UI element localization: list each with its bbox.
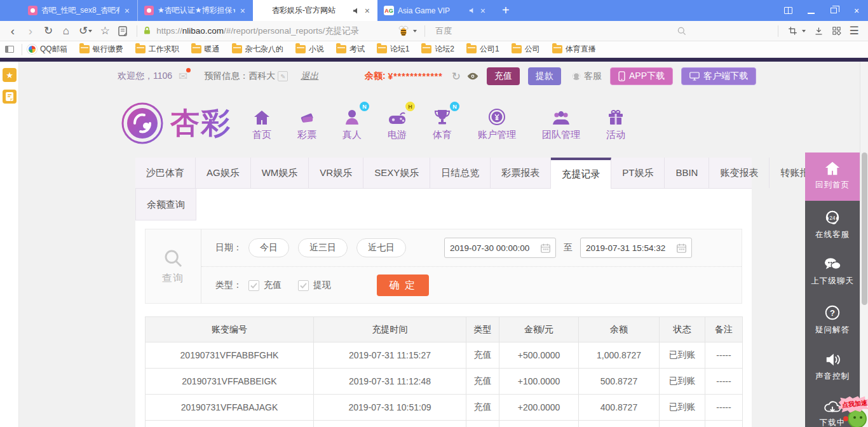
speaker-muted-icon[interactable] — [352, 7, 360, 15]
reading-list-icon[interactable] — [114, 26, 132, 36]
apps-grid-icon[interactable] — [827, 26, 845, 36]
tab-balance-query[interactable]: 余额查询 — [135, 189, 196, 220]
pill-last-3-days[interactable]: 近三日 — [298, 238, 348, 257]
tab-wm[interactable]: WM娱乐 — [251, 158, 309, 188]
date-from-value: 2019-07-30 00:00:00 — [450, 243, 529, 253]
nav-lottery[interactable]: 彩票 — [297, 105, 316, 141]
reload-icon[interactable]: ↻ — [39, 24, 57, 37]
nav-account[interactable]: 账户管理 — [478, 105, 516, 141]
search-box[interactable] — [435, 26, 773, 36]
recently-closed-caret-icon[interactable] — [88, 30, 92, 32]
bookmark-folder[interactable]: 公司1 — [466, 44, 499, 55]
date-to-input[interactable]: 2019-07-31 15:54:32 — [580, 238, 692, 258]
bookmark-folder[interactable]: 论坛2 — [421, 44, 454, 55]
checkbox-withdraw[interactable]: 提现 — [298, 280, 331, 291]
search-engine-icon[interactable] — [398, 25, 409, 37]
notes-icon[interactable] — [3, 90, 17, 104]
tab-lottery-report[interactable]: 彩票报表 — [491, 158, 551, 188]
tab-bbin[interactable]: BBIN — [665, 158, 709, 188]
site-logo[interactable]: 杏彩 — [121, 102, 231, 145]
pill-today[interactable]: 今日 — [248, 238, 289, 257]
divider — [778, 25, 778, 37]
download-icon[interactable] — [810, 26, 827, 36]
nav-live[interactable]: N 真人 — [342, 105, 362, 141]
tab-vr[interactable]: VR娱乐 — [309, 158, 363, 188]
nav-promotions[interactable]: 活动 — [606, 105, 625, 141]
nav-sports[interactable]: N 体育 — [433, 105, 452, 141]
bookmark-folder[interactable]: 银行缴费 — [79, 44, 123, 55]
close-icon[interactable]: × — [123, 6, 131, 16]
confirm-button[interactable]: 确 定 — [377, 274, 429, 296]
speaker-icon[interactable] — [468, 7, 475, 14]
browser-tab-2[interactable]: ★杏吧认证★博彩担保★注 × — [137, 0, 253, 21]
sidebar-faq[interactable]: ? 疑问解答 — [805, 296, 860, 344]
client-download-button[interactable]: 客户端下载 — [681, 67, 756, 85]
bookmark-folder[interactable]: 考试 — [336, 44, 365, 55]
close-icon[interactable]: × — [239, 6, 247, 16]
screenshot-caret-icon[interactable] — [802, 30, 806, 32]
bookmark-qq-mail[interactable]: QQ邮箱 — [27, 44, 67, 55]
show-balance-eye-icon[interactable] — [467, 72, 478, 81]
checkbox-recharge[interactable]: 充值 — [248, 280, 281, 291]
new-tab-button[interactable]: + — [493, 0, 519, 21]
type-filter-row: 类型： 充值 提现 确 定 — [201, 267, 742, 304]
menu-icon[interactable]: ☰ — [845, 24, 863, 37]
tab-account-change-report[interactable]: 账变报表 — [709, 158, 770, 188]
mail-icon[interactable]: ✉ — [179, 70, 187, 83]
search-engine-caret-icon[interactable] — [413, 30, 417, 32]
recently-closed-icon[interactable]: ↺ — [75, 24, 88, 37]
address-bar[interactable]: https://nlibao.com/#/report/personal_rep… — [156, 25, 398, 37]
minimize-icon[interactable] — [799, 0, 822, 21]
app-download-button[interactable]: APP下载 — [610, 67, 673, 85]
people-icon — [552, 105, 571, 126]
edit-icon[interactable]: ✎ — [278, 71, 288, 81]
customer-service-button[interactable]: 客服 — [571, 71, 602, 82]
sidebar-online-service[interactable]: 24 在线客服 — [805, 201, 860, 248]
recharge-button[interactable]: 充值 — [487, 67, 520, 85]
bookmark-folder[interactable]: 公司 — [512, 44, 540, 55]
tab-daily-summary[interactable]: 日结总览 — [430, 158, 491, 188]
sidebar-label: 回到首页 — [815, 180, 850, 191]
browser-tab-4[interactable]: AG Asia Game VIP × — [377, 0, 493, 21]
bookmark-folder[interactable]: 工作求职 — [135, 44, 179, 55]
search-input[interactable] — [435, 26, 677, 36]
home-icon[interactable]: ⌂ — [57, 25, 75, 37]
close-icon[interactable]: × — [479, 6, 487, 16]
refresh-balance-icon[interactable]: ↻ — [452, 70, 461, 83]
screenshot-icon[interactable] — [783, 26, 801, 36]
tab-deposit-withdraw-records[interactable]: 充提记录 — [551, 158, 611, 189]
nav-home[interactable]: 首页 — [252, 105, 271, 141]
sidebar-sound-control[interactable]: 声音控制 — [805, 344, 860, 391]
page-scrollbar[interactable] — [860, 62, 868, 427]
nav-team[interactable]: 团队管理 — [542, 105, 580, 141]
close-icon[interactable]: × — [363, 6, 371, 16]
bookmarks-panel-icon[interactable] — [5, 46, 14, 53]
favorites-star-icon[interactable]: ★ — [3, 68, 17, 82]
bookmark-folder[interactable]: 暖通 — [191, 44, 220, 55]
bookmark-folder[interactable]: 论坛1 — [377, 44, 410, 55]
bookmark-folder[interactable]: 体育直播 — [552, 44, 596, 55]
nav-egames[interactable]: H 电游 — [388, 105, 407, 141]
tab-pt[interactable]: PT娱乐 — [611, 158, 665, 188]
forward-icon[interactable]: › — [22, 24, 39, 38]
browser-tab-active[interactable]: 杏彩娱乐-官方网站 × — [253, 0, 377, 21]
bookmark-folder[interactable]: 小说 — [295, 44, 324, 55]
bookmark-star-icon[interactable]: ☆ — [96, 24, 114, 37]
sidebar-back-home[interactable]: 回到首页 — [805, 152, 860, 201]
logout-link[interactable]: 退出 — [301, 71, 318, 82]
scrollbar-thumb[interactable] — [862, 152, 867, 305]
browser-tab-1[interactable]: 杏吧_性吧_sex8_杏吧有你 × — [22, 0, 137, 21]
date-from-input[interactable]: 2019-07-30 00:00:00 — [444, 238, 556, 258]
tab-ag[interactable]: AG娱乐 — [196, 158, 251, 188]
maximize-icon[interactable] — [822, 0, 845, 21]
tab-sexy[interactable]: SEXY娱乐 — [363, 158, 430, 188]
sidebar-chat[interactable]: 上下级聊天 — [805, 248, 860, 296]
side-panel-icon[interactable] — [776, 0, 799, 21]
tab-shaba-sports[interactable]: 沙巴体育 — [135, 158, 196, 188]
withdraw-button[interactable]: 提款 — [528, 67, 561, 85]
pill-last-7-days[interactable]: 近七日 — [356, 238, 406, 257]
back-icon[interactable]: ‹ — [4, 24, 22, 38]
close-window-icon[interactable]: × — [845, 0, 868, 21]
bookmark-folder[interactable]: 杂七杂八的 — [232, 44, 283, 55]
search-icon[interactable] — [677, 26, 687, 36]
